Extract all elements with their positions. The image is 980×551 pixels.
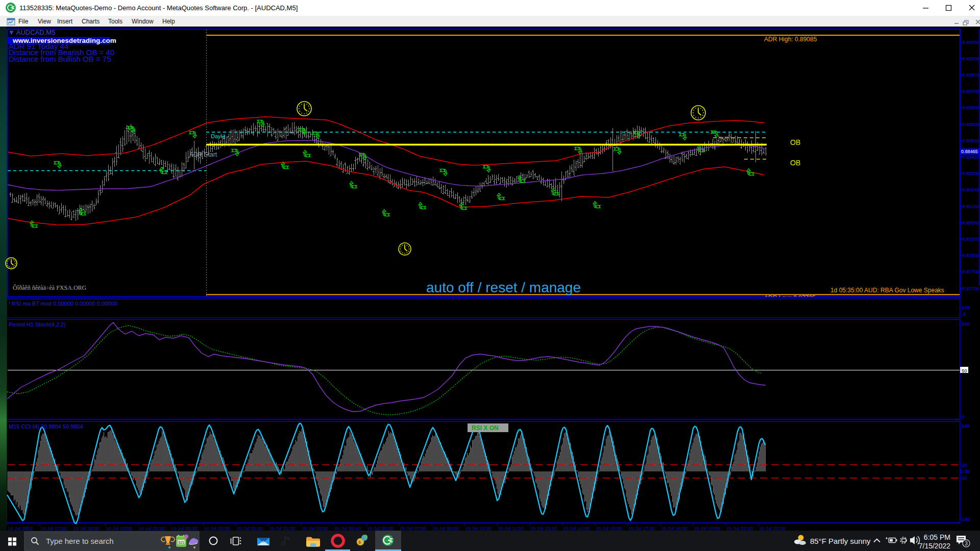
svg-text:0.00: 0.00 xyxy=(960,468,970,474)
svg-text:105: 105 xyxy=(962,305,970,310)
svg-text:140: 140 xyxy=(962,423,970,429)
svg-text:0.87880: 0.87880 xyxy=(963,253,979,258)
svg-text:0.88600: 0.88600 xyxy=(963,122,979,127)
svg-text:Partly sunny: Partly sunny xyxy=(828,537,871,545)
svg-text:! RSI ma BT mod 0.00000 0.0000: ! RSI ma BT mod 0.00000 0.00000 0.00000 xyxy=(9,300,117,307)
svg-text:0.88780: 0.88780 xyxy=(963,89,979,94)
svg-text:50: 50 xyxy=(962,368,967,373)
svg-text:0.87700: 0.87700 xyxy=(963,286,979,291)
svg-text:▼ AUDCAD,M5: ▼ AUDCAD,M5 xyxy=(8,29,55,36)
svg-text:OB: OB xyxy=(790,159,800,167)
svg-text:7/15/2022: 7/15/2022 xyxy=(919,542,950,550)
svg-text:3: 3 xyxy=(965,541,968,546)
svg-text:ADR Start: ADR Start xyxy=(189,151,217,158)
svg-text:0.88870: 0.88870 xyxy=(963,72,979,78)
svg-text:0.88465: 0.88465 xyxy=(961,149,978,154)
svg-text:M15 CCI (4) 50.9804 50.9804: M15 CCI (4) 50.9804 50.9804 xyxy=(9,423,83,430)
svg-text:0.88420: 0.88420 xyxy=(963,155,979,160)
svg-text:Ôîðåêñ ñêëàä÷èà FXSA.ORG: Ôîðåêñ ñêëàä÷èà FXSA.ORG xyxy=(13,284,87,291)
svg-text:-5: -5 xyxy=(962,311,966,317)
svg-text:DayH: DayH xyxy=(211,133,225,139)
svg-text:0.88150: 0.88150 xyxy=(963,204,979,209)
svg-text:auto off / reset / manage: auto off / reset / manage xyxy=(426,280,581,295)
svg-text:-140: -140 xyxy=(960,516,970,522)
svg-text:0.88510: 0.88510 xyxy=(963,138,979,143)
svg-text:ADR High: 0.89085: ADR High: 0.89085 xyxy=(764,36,817,43)
svg-text:1d 05:35:00 AUD: RBA Gov Low: 1d 05:35:00 AUD: RBA Gov Lowe Speaks xyxy=(830,287,944,294)
svg-text:0.87790: 0.87790 xyxy=(963,269,979,274)
svg-text:0.88060: 0.88060 xyxy=(963,220,979,226)
svg-text:0.87970: 0.87970 xyxy=(963,237,979,242)
svg-text:-20: -20 xyxy=(960,475,967,481)
svg-text:$: $ xyxy=(358,540,361,545)
svg-text:0: 0 xyxy=(962,414,964,419)
svg-text:6:05 PM: 6:05 PM xyxy=(924,533,950,541)
svg-text:85°F: 85°F xyxy=(810,537,826,545)
svg-text:Period H1 Stoch(4,2,2): Period H1 Stoch(4,2,2) xyxy=(9,321,66,328)
svg-text:100: 100 xyxy=(962,321,970,327)
svg-text:0.89050: 0.89050 xyxy=(963,40,979,45)
svg-text:Distance from Bullish OB = 75: Distance from Bullish OB = 75 xyxy=(9,55,111,63)
svg-text:20: 20 xyxy=(962,462,967,468)
svg-text:0.88690: 0.88690 xyxy=(963,105,979,110)
svg-text:0.88960: 0.88960 xyxy=(963,56,979,61)
svg-text:RSI X ON: RSI X ON xyxy=(472,424,499,432)
svg-text:521: 521 xyxy=(179,541,185,544)
svg-text:0.88240: 0.88240 xyxy=(963,187,979,192)
svg-text:0.88330: 0.88330 xyxy=(963,171,979,176)
svg-text:Type here to search: Type here to search xyxy=(46,537,114,545)
svg-text:OB: OB xyxy=(790,138,800,146)
